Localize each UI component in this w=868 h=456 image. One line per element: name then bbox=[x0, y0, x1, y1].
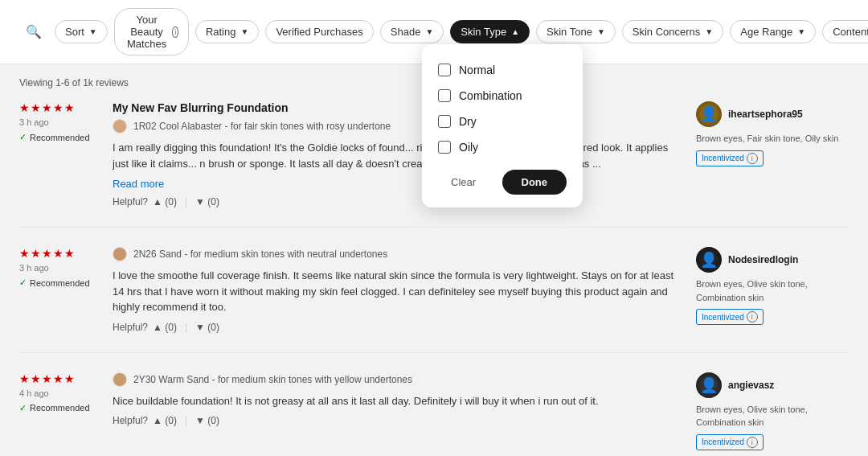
rating-label: Rating bbox=[206, 26, 236, 38]
review-shade: 2N26 Sand - for medium skin tones with n… bbox=[113, 247, 683, 261]
option-label-dry: Dry bbox=[459, 115, 477, 128]
verified-filter[interactable]: Verified Purchases bbox=[265, 20, 373, 43]
recommended-badge: ✓ Recommended bbox=[19, 132, 100, 142]
skin-type-option-normal[interactable]: Normal bbox=[438, 57, 567, 83]
star-rating: ★★★★★ bbox=[19, 247, 100, 260]
recommended-label: Recommended bbox=[30, 278, 90, 288]
reviewer-details: Brown eyes, Fair skin tone, Oily skin bbox=[696, 132, 849, 146]
avatar-icon: 👤 bbox=[700, 105, 718, 123]
avatar: 👤 bbox=[696, 372, 722, 398]
skin-type-option-combination[interactable]: Combination bbox=[438, 83, 567, 109]
skin-type-dropdown: Normal Combination Dry Oily Clear Done bbox=[422, 44, 583, 207]
helpful-label: Helpful? bbox=[113, 196, 148, 207]
read-more-link[interactable]: Read more bbox=[113, 178, 164, 190]
shade-label: Shade bbox=[391, 26, 421, 38]
chevron-down-icon: ▼ bbox=[597, 27, 605, 36]
star-filled: ★ bbox=[42, 372, 53, 385]
review-meta-left: ★★★★★ 3 h ago ✓ Recommended bbox=[19, 101, 100, 207]
avatar: 👤 bbox=[696, 101, 722, 127]
star-filled: ★ bbox=[53, 372, 64, 385]
review-meta-left: ★★★★★ 3 h ago ✓ Recommended bbox=[19, 247, 100, 333]
avatar: 👤 bbox=[696, 247, 722, 273]
star-filled: ★ bbox=[64, 372, 76, 385]
table-row: ★★★★★ 4 h ago ✓ Recommended 2Y30 Warm Sa… bbox=[19, 372, 849, 457]
reviewer-avatar-row: 👤 Nodesiredlogin bbox=[696, 247, 849, 273]
content-filter[interactable]: Content ▼ bbox=[822, 20, 868, 43]
clear-button[interactable]: Clear bbox=[438, 170, 489, 195]
skin-concerns-filter[interactable]: Skin Concerns ▼ bbox=[622, 20, 723, 43]
review-shade: 1R02 Cool Alabaster - for fair skin tone… bbox=[113, 119, 683, 134]
helpful-row: Helpful? ▲ (0) | ▼ (0) bbox=[113, 415, 683, 426]
chevron-down-icon: ▼ bbox=[425, 27, 433, 36]
info-icon: i bbox=[747, 437, 758, 448]
chevron-down-icon: ▼ bbox=[240, 27, 248, 36]
helpful-label: Helpful? bbox=[113, 322, 148, 333]
separator: | bbox=[185, 196, 187, 207]
star-filled: ★ bbox=[19, 101, 31, 114]
skin-type-label: Skin Type bbox=[461, 26, 506, 38]
chevron-down-icon: ▼ bbox=[705, 27, 713, 36]
helpful-down-button[interactable]: ▼ (0) bbox=[194, 322, 221, 333]
age-range-filter[interactable]: Age Range ▼ bbox=[730, 20, 816, 43]
shade-label: 2N26 Sand - for medium skin tones with n… bbox=[133, 249, 387, 260]
checkbox-oily[interactable] bbox=[438, 141, 451, 154]
star-filled: ★ bbox=[42, 247, 53, 260]
review-text: I love the smoothe full coverage finish.… bbox=[113, 268, 683, 315]
review-time: 3 h ago bbox=[19, 117, 100, 127]
review-text: I am really digging this foundation! It'… bbox=[113, 140, 683, 171]
helpful-label: Helpful? bbox=[113, 415, 148, 426]
rating-filter[interactable]: Rating ▼ bbox=[195, 20, 259, 43]
check-icon: ✓ bbox=[19, 277, 27, 288]
star-filled: ★ bbox=[31, 101, 42, 114]
incentivized-badge[interactable]: Incentivized i bbox=[696, 150, 764, 166]
review-body: My New Fav Blurring Foundation 1R02 Cool… bbox=[113, 101, 683, 207]
review-time: 3 h ago bbox=[19, 263, 100, 273]
reviewer-name: iheartsephora95 bbox=[728, 109, 803, 120]
star-rating: ★★★★★ bbox=[19, 101, 100, 114]
recommended-label: Recommended bbox=[30, 403, 90, 413]
incentivized-badge[interactable]: Incentivized i bbox=[696, 434, 764, 450]
skin-type-option-oily[interactable]: Oily bbox=[438, 134, 567, 160]
recommended-badge: ✓ Recommended bbox=[19, 403, 100, 413]
checkbox-dry[interactable] bbox=[438, 115, 451, 128]
review-time: 4 h ago bbox=[19, 388, 100, 398]
checkbox-combination[interactable] bbox=[438, 89, 451, 102]
beauty-matches-filter[interactable]: Your Beauty Matches i bbox=[114, 8, 189, 55]
helpful-up-button[interactable]: ▲ (0) bbox=[151, 415, 178, 426]
helpful-up-button[interactable]: ▲ (0) bbox=[151, 196, 178, 207]
search-button[interactable]: 🔍 bbox=[19, 21, 48, 43]
review-text: Nice buildable foundation! It is not gre… bbox=[113, 393, 683, 409]
star-filled: ★ bbox=[19, 247, 31, 260]
shade-swatch bbox=[113, 247, 127, 261]
star-filled: ★ bbox=[42, 101, 53, 114]
separator: | bbox=[185, 322, 187, 333]
chevron-down-icon: ▼ bbox=[89, 27, 97, 36]
age-range-label: Age Range bbox=[740, 26, 792, 38]
shade-label: 2Y30 Warm Sand - for medium skin tones w… bbox=[133, 374, 412, 385]
table-row: ★★★★★ 3 h ago ✓ Recommended 2N26 Sand - … bbox=[19, 247, 849, 353]
skin-tone-filter[interactable]: Skin Tone ▼ bbox=[536, 20, 616, 43]
checkbox-normal[interactable] bbox=[438, 64, 451, 76]
skin-type-filter[interactable]: Skin Type ▲ bbox=[450, 20, 530, 43]
dropdown-options-list: Normal Combination Dry Oily bbox=[438, 57, 567, 160]
sort-filter[interactable]: Sort ▼ bbox=[55, 20, 108, 43]
helpful-down-button[interactable]: ▼ (0) bbox=[194, 196, 221, 207]
shade-swatch bbox=[113, 372, 127, 387]
reviewer-details: Brown eyes, Olive skin tone, Combination… bbox=[696, 403, 849, 429]
shade-filter[interactable]: Shade ▼ bbox=[380, 20, 444, 43]
check-icon: ✓ bbox=[19, 403, 27, 413]
shade-swatch bbox=[113, 119, 127, 134]
helpful-up-button[interactable]: ▲ (0) bbox=[151, 322, 178, 333]
search-icon: 🔍 bbox=[26, 25, 42, 39]
incentivized-badge[interactable]: Incentivized i bbox=[696, 309, 764, 325]
done-button[interactable]: Done bbox=[502, 170, 567, 195]
recommended-label: Recommended bbox=[30, 133, 90, 142]
skin-tone-label: Skin Tone bbox=[547, 26, 592, 38]
reviewer-info: 👤 angievasz Brown eyes, Olive skin tone,… bbox=[696, 372, 849, 450]
star-filled: ★ bbox=[53, 101, 64, 114]
helpful-down-button[interactable]: ▼ (0) bbox=[194, 415, 221, 426]
page-wrapper: 🔍 Sort ▼ Your Beauty Matches i Rating ▼ … bbox=[0, 0, 868, 456]
skin-type-option-dry[interactable]: Dry bbox=[438, 109, 567, 134]
check-icon: ✓ bbox=[19, 132, 27, 142]
reviewer-details: Brown eyes, Olive skin tone, Combination… bbox=[696, 277, 849, 304]
